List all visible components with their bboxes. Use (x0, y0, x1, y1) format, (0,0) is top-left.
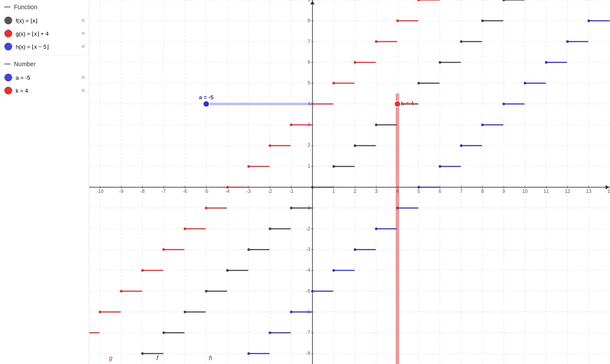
a-value-label: a = -5 (16, 74, 30, 81)
graph-area[interactable] (89, 0, 610, 364)
f-close-button[interactable]: ✕ (81, 17, 85, 24)
collapse-number-icon[interactable] (4, 64, 10, 64)
g-color-dot (4, 30, 12, 37)
g-close-button[interactable]: ✕ (81, 30, 85, 37)
h-color-dot (4, 43, 12, 51)
function-item-g: g(x) = ⌊x⌋ + 4 ✕ (0, 27, 89, 40)
h-close-button[interactable]: ✕ (81, 44, 85, 50)
number-item-k: k = 4 ✕ (0, 84, 89, 97)
function-item-h: h(x) = ⌊x − 5⌋ ✕ (0, 40, 89, 53)
divider-1 (0, 55, 89, 55)
f-label: f(x) = ⌊x⌋ (16, 17, 37, 24)
number-header-label: Number (14, 61, 36, 67)
k-value-label: k = 4 (16, 88, 28, 94)
sidebar: Function f(x) = ⌊x⌋ ✕ g(x) = ⌊x⌋ + 4 ✕ h… (0, 0, 89, 364)
number-section-header: Number (0, 57, 89, 71)
a-color-dot (4, 74, 12, 81)
number-item-a: a = -5 ✕ (0, 71, 89, 84)
function-header-label: Function (14, 3, 37, 10)
collapse-function-icon[interactable] (4, 7, 10, 7)
a-close-button[interactable]: ✕ (81, 74, 85, 81)
f-color-dot (4, 17, 12, 24)
k-close-button[interactable]: ✕ (81, 88, 85, 94)
function-item-f: f(x) = ⌊x⌋ ✕ (0, 14, 89, 27)
graph-canvas[interactable] (89, 0, 610, 364)
k-color-dot (4, 87, 12, 94)
function-section-header: Function (0, 0, 89, 14)
g-label: g(x) = ⌊x⌋ + 4 (16, 30, 49, 37)
h-label: h(x) = ⌊x − 5⌋ (16, 44, 49, 50)
